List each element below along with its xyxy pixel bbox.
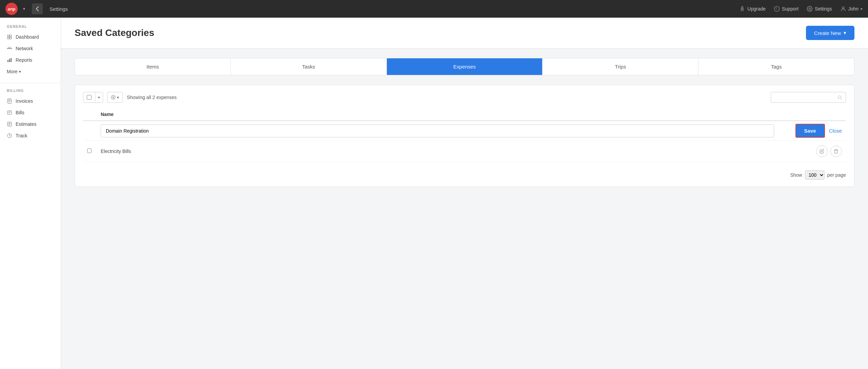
back-arrow-icon (36, 6, 39, 11)
edit-row-input-cell (97, 121, 778, 141)
rocket-icon (739, 6, 745, 12)
row-checkbox[interactable] (87, 149, 92, 153)
search-input[interactable] (774, 95, 835, 100)
edit-actions: Save Close (782, 124, 842, 138)
svg-point-20 (838, 96, 841, 98)
bulk-dropdown-caret[interactable]: ▾ (95, 93, 103, 102)
reports-icon (7, 57, 12, 63)
sidebar-reports-label: Reports (16, 57, 32, 63)
settings-link[interactable]: Settings (807, 6, 832, 12)
table-toolbar: ▾ ▾ Showing all 2 expenses (83, 92, 846, 103)
col-checkbox (83, 108, 97, 121)
more-caret-icon: ▾ (19, 70, 21, 74)
svg-rect-7 (7, 37, 9, 39)
sidebar-item-network[interactable]: Network (0, 43, 61, 54)
sidebar-bills-label: Bills (16, 110, 24, 115)
tabs-container: Items Tasks Expenses Trips Tags (75, 58, 854, 75)
gear-dropdown-caret-icon: ▾ (117, 95, 119, 100)
main-content: Saved Categories Create New ▾ Items Task… (61, 18, 868, 369)
back-button[interactable] (32, 3, 43, 14)
row-actions-cell (778, 141, 846, 162)
svg-point-2 (776, 9, 777, 10)
col-name-header: Name (97, 108, 778, 121)
delete-row-button[interactable] (830, 145, 842, 157)
sidebar-track-label: Track (16, 133, 27, 138)
svg-rect-16 (7, 111, 12, 115)
per-page-select[interactable]: 100 (805, 170, 825, 180)
tab-tags[interactable]: Tags (698, 58, 854, 75)
settings-gear-icon (807, 6, 813, 12)
sidebar-estimates-label: Estimates (16, 121, 36, 127)
content-area: Items Tasks Expenses Trips Tags ▾ (61, 48, 868, 196)
save-button[interactable]: Save (795, 124, 825, 138)
showing-count-text: Showing all 2 expenses (127, 95, 177, 100)
svg-point-19 (113, 97, 114, 98)
row-actions (782, 145, 842, 157)
row-checkbox-cell (83, 141, 97, 162)
gear-icon (111, 95, 116, 100)
show-label: Show (790, 172, 802, 178)
user-caret-icon: ▾ (861, 7, 863, 11)
bulk-select-group: ▾ (83, 92, 103, 103)
sidebar-item-reports[interactable]: Reports (0, 54, 61, 66)
user-avatar-icon (840, 6, 846, 12)
per-page-label: per page (827, 172, 846, 178)
trash-icon (834, 149, 839, 154)
tab-items[interactable]: Items (75, 58, 231, 75)
svg-point-3 (809, 8, 811, 10)
svg-rect-5 (7, 35, 9, 37)
logo-caret-icon[interactable]: ▾ (23, 6, 25, 11)
bills-icon (7, 110, 12, 115)
sidebar-item-bills[interactable]: Bills (0, 107, 61, 118)
svg-point-1 (774, 6, 780, 12)
bulk-checkbox-cell[interactable] (83, 92, 95, 102)
edit-name-input[interactable] (101, 124, 774, 137)
topnav: anp ▾ Settings Upgrade Support (0, 0, 868, 18)
app-logo[interactable]: anp (5, 3, 18, 15)
col-actions-header (778, 108, 846, 121)
sidebar-network-label: Network (16, 46, 33, 51)
sidebar-item-dashboard[interactable]: Dashboard (0, 31, 61, 43)
support-link[interactable]: Support (774, 6, 798, 12)
bulk-checkbox[interactable] (87, 95, 92, 100)
tab-tasks[interactable]: Tasks (231, 58, 387, 75)
svg-rect-6 (10, 35, 12, 37)
sidebar: GENERAL Dashboard Network (0, 18, 61, 369)
sidebar-divider (0, 83, 61, 83)
track-icon (7, 133, 12, 138)
tab-trips[interactable]: Trips (542, 58, 698, 75)
edit-row-actions-cell: Save Close (778, 121, 846, 141)
row-name-cell: Electricity Bills (97, 141, 778, 162)
sidebar-billing-label: BILLING (0, 89, 61, 95)
svg-rect-13 (9, 59, 10, 62)
support-icon (774, 6, 780, 12)
table-row: Electricity Bills (83, 141, 846, 162)
nav-page-title: Settings (50, 6, 68, 12)
topnav-actions: Upgrade Support Settings John ▾ (739, 6, 863, 12)
sidebar-invoices-label: Invoices (16, 98, 33, 104)
upgrade-link[interactable]: Upgrade (739, 6, 766, 12)
sidebar-dashboard-label: Dashboard (16, 34, 39, 40)
dashboard-icon (7, 34, 12, 40)
sidebar-item-estimates[interactable]: Estimates (0, 118, 61, 130)
invoices-icon (7, 98, 12, 104)
user-menu[interactable]: John ▾ (840, 6, 863, 12)
sidebar-item-track[interactable]: Track (0, 130, 61, 141)
edit-row-button[interactable] (816, 145, 828, 157)
sidebar-general-label: GENERAL (0, 24, 61, 31)
tab-expenses[interactable]: Expenses (387, 58, 543, 75)
svg-rect-12 (7, 60, 8, 62)
svg-point-4 (842, 7, 844, 9)
close-button[interactable]: Close (829, 128, 842, 134)
page-title: Saved Categories (75, 27, 154, 38)
gear-dropdown-button[interactable]: ▾ (107, 92, 123, 103)
pencil-icon (820, 149, 824, 154)
table-container: ▾ ▾ Showing all 2 expenses (75, 85, 854, 187)
search-icon (837, 95, 842, 100)
network-icon (7, 46, 12, 51)
edit-row: Save Close (83, 121, 846, 141)
sidebar-item-invoices[interactable]: Invoices (0, 95, 61, 107)
create-new-button[interactable]: Create New ▾ (806, 26, 854, 40)
svg-rect-15 (8, 99, 12, 103)
sidebar-more[interactable]: More ▾ (0, 66, 61, 77)
